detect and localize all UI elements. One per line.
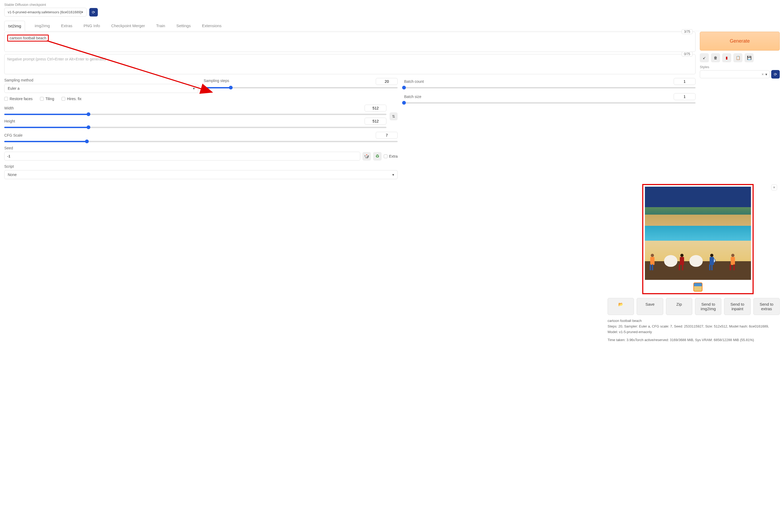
trash-icon: 🗑 [713, 56, 718, 60]
tab-train[interactable]: Train [155, 21, 167, 31]
width-label: Width [4, 106, 14, 110]
cfg-input[interactable] [376, 132, 398, 139]
card-icon: ▮ [726, 56, 728, 60]
main-tabs: txt2img img2img Extras PNG Info Checkpoi… [4, 21, 780, 31]
hires-fix-check[interactable]: Hires. fix [61, 97, 81, 101]
send-img2img-button[interactable]: Send to img2img [695, 298, 721, 315]
styles-label: Styles [700, 65, 780, 69]
neg-token-count: 0/75 [682, 52, 693, 56]
sampling-steps-slider[interactable] [204, 87, 398, 88]
refresh-icon: ⟳ [92, 10, 95, 14]
tab-extensions[interactable]: Extensions [200, 21, 223, 31]
batch-size-input[interactable] [674, 93, 696, 100]
batch-count-input[interactable] [674, 78, 696, 85]
tab-img2img[interactable]: img2img [33, 21, 51, 31]
checkpoint-label: Stable Diffusion checkpoint [4, 3, 780, 7]
save-icon: 💾 [747, 56, 752, 60]
batch-count-label: Batch count [404, 79, 424, 84]
tab-settings[interactable]: Settings [175, 21, 192, 31]
styles-read-button[interactable]: ▮ [722, 53, 731, 62]
clear-icon[interactable]: × [762, 72, 764, 77]
styles-select[interactable]: × ▾ [700, 70, 769, 78]
sampling-steps-label: Sampling steps [204, 79, 229, 83]
script-label: Script [4, 164, 398, 169]
refresh-icon: ⟳ [774, 72, 777, 77]
generated-image[interactable] [645, 187, 751, 280]
close-icon: ✕ [773, 185, 776, 189]
script-select[interactable]: None ▾ [4, 170, 398, 179]
seed-extra-check[interactable]: Extra [384, 154, 398, 158]
width-input[interactable] [365, 105, 386, 112]
randomize-seed-button[interactable]: 🎲 [362, 152, 371, 160]
height-input[interactable] [365, 118, 386, 125]
tab-checkpoint-merger[interactable]: Checkpoint Merger [110, 21, 146, 31]
negative-prompt-input[interactable]: 0/75 Negative prompt (press Ctrl+Enter o… [4, 54, 696, 74]
caret-down-icon: ▾ [765, 72, 767, 77]
batch-count-slider[interactable] [404, 87, 696, 88]
caret-down-icon: ▾ [392, 173, 394, 177]
sampling-method-label: Sampling method [4, 78, 198, 82]
restore-faces-check[interactable]: Restore faces [4, 97, 32, 101]
info-prompt: cartoon football beach [608, 318, 780, 324]
generate-button[interactable]: Generate [700, 32, 780, 51]
prompt-text: cartoon football beach [7, 35, 49, 41]
arrow-button[interactable]: ↙ [700, 53, 709, 62]
zip-button[interactable]: Zip [666, 298, 692, 315]
checkpoint-select[interactable]: v1-5-pruned-emaonly.safetensors [6ce0161… [4, 8, 87, 17]
seed-input[interactable] [4, 152, 360, 160]
save-style-button[interactable]: 💾 [745, 53, 754, 62]
prompt-input[interactable]: 3/75 cartoon football beach [4, 32, 696, 52]
output-thumbnail[interactable] [693, 283, 702, 292]
height-label: Height [4, 119, 15, 123]
folder-icon: 📂 [618, 302, 623, 306]
sampling-steps-input[interactable] [376, 78, 398, 85]
caret-down-icon: ▾ [81, 10, 83, 14]
info-params: Steps: 20, Sampler: Euler a, CFG scale: … [608, 324, 780, 335]
save-button[interactable]: Save [637, 298, 663, 315]
info-time: Time taken: 3.96sTorch active/reserved: … [608, 337, 780, 343]
tab-extras[interactable]: Extras [59, 21, 74, 31]
sampling-method-select[interactable]: Euler a ▾ [4, 84, 198, 93]
reuse-seed-button[interactable]: ♻ [373, 152, 382, 160]
refresh-styles-button[interactable]: ⟳ [771, 70, 780, 79]
tiling-check[interactable]: Tiling [40, 97, 54, 101]
cfg-label: CFG Scale [4, 133, 22, 138]
paste-button[interactable]: 📋 [733, 53, 743, 62]
height-slider[interactable] [4, 127, 386, 128]
prompt-token-count: 3/75 [682, 29, 693, 34]
clipboard-icon: 📋 [736, 56, 740, 60]
send-inpaint-button[interactable]: Send to inpaint [724, 298, 750, 315]
refresh-checkpoint-button[interactable]: ⟳ [89, 8, 98, 17]
swap-wh-button[interactable]: ⇅ [390, 112, 398, 120]
batch-size-slider[interactable] [404, 102, 696, 104]
tab-pnginfo[interactable]: PNG Info [82, 21, 102, 31]
dice-icon: 🎲 [364, 154, 369, 159]
checkpoint-value: v1-5-pruned-emaonly.safetensors [6ce0161… [8, 10, 81, 14]
script-value: None [8, 173, 17, 177]
neg-placeholder: Negative prompt (press Ctrl+Enter or Alt… [7, 57, 106, 61]
recycle-icon: ♻ [375, 154, 379, 159]
send-extras-button[interactable]: Send to extras [753, 298, 780, 315]
clear-button[interactable]: 🗑 [711, 53, 720, 62]
cfg-slider[interactable] [4, 141, 398, 142]
open-folder-button[interactable]: 📂 [608, 298, 634, 315]
tab-txt2img[interactable]: txt2img [4, 21, 25, 31]
arrow-icon: ↙ [703, 56, 706, 60]
swap-icon: ⇅ [392, 114, 395, 118]
seed-label: Seed [4, 146, 398, 150]
close-output-button[interactable]: ✕ [771, 184, 777, 190]
width-slider[interactable] [4, 114, 386, 115]
caret-down-icon: ▾ [193, 86, 195, 91]
batch-size-label: Batch size [404, 94, 421, 99]
sampling-method-value: Euler a [8, 86, 20, 91]
output-gallery: ✕ [642, 184, 754, 294]
generation-info: cartoon football beach Steps: 20, Sample… [608, 318, 780, 343]
